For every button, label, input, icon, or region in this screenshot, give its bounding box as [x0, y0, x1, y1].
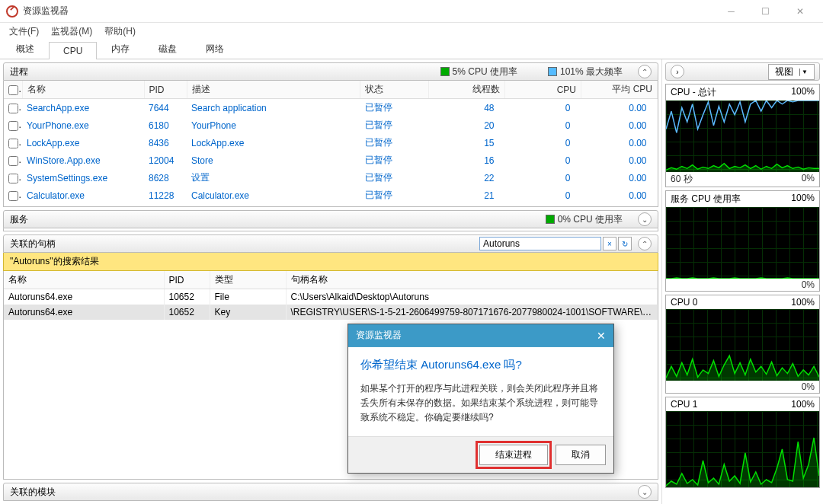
graph-max: 100%: [791, 297, 815, 308]
modules-title: 关联的模块: [10, 486, 56, 499]
menu-monitor[interactable]: 监视器(M): [45, 24, 98, 40]
window-titlebar: 资源监视器 ─ ☐ ✕: [0, 0, 823, 23]
svc-cpu-swatch: [546, 215, 555, 224]
row-checkbox[interactable]: [8, 121, 18, 131]
services-body: [3, 228, 658, 231]
dialog-titlebar[interactable]: 资源监视器 ✕: [348, 324, 613, 347]
graph-foot-right: 0%: [802, 173, 815, 186]
graph-title: CPU 1: [671, 399, 697, 410]
handles-collapse-icon[interactable]: ⌃: [638, 237, 652, 250]
filter-results-bar: "Autoruns"的搜索结果: [3, 253, 658, 271]
table-row[interactable]: Autoruns64.exe10652Key\REGISTRY\USER\S-1…: [4, 305, 658, 320]
graph-max: 100%: [791, 86, 815, 99]
cpu-usage-swatch: [440, 67, 450, 76]
modules-section-header[interactable]: 关联的模块 ⌄: [3, 483, 658, 501]
tab-overview[interactable]: 概述: [2, 39, 49, 59]
table-row[interactable]: YourPhone.exe6180YourPhone已暂停2000.00: [4, 116, 658, 134]
graph-max: 100%: [791, 399, 815, 410]
processes-section-header[interactable]: 进程 5% CPU 使用率 101% 最大频率 ⌃: [3, 62, 658, 81]
dialog-question: 你希望结束 Autoruns64.exe 吗?: [360, 358, 601, 372]
view-label: 视图: [775, 65, 793, 78]
row-checkbox[interactable]: [8, 156, 18, 166]
graph-title: CPU 0: [671, 297, 697, 308]
svc-cpu-label: 0% CPU 使用率: [558, 214, 623, 225]
graphs-collapse-icon[interactable]: ›: [671, 65, 684, 78]
table-row[interactable]: Calculator.exe11228Calculator.exe已暂停2100…: [4, 187, 658, 204]
graph-foot-right: 0%: [802, 381, 815, 392]
max-freq-label: 101% 最大频率: [560, 66, 623, 77]
select-all-checkbox[interactable]: [8, 85, 18, 95]
clear-filter-icon[interactable]: ×: [603, 237, 616, 250]
row-checkbox[interactable]: [8, 191, 18, 201]
app-logo-icon: [6, 5, 18, 18]
tab-disk[interactable]: 磁盘: [144, 39, 191, 59]
table-row[interactable]: WinStore.App.exe12004Store已暂停1600.00: [4, 152, 658, 169]
chevron-down-icon: │▼: [798, 69, 808, 75]
table-row[interactable]: LockApp.exe8436LockApp.exe已暂停1500.00: [4, 134, 658, 152]
handles-section-header[interactable]: 关联的句柄 × ↻ ⌃: [3, 234, 658, 253]
tab-bar: 概述 CPU 内存 磁盘 网络: [0, 40, 823, 59]
services-section-header[interactable]: 服务 0% CPU 使用率 ⌄: [3, 210, 658, 228]
tab-memory[interactable]: 内存: [97, 39, 144, 59]
handles-title: 关联的句柄: [10, 238, 56, 250]
graph-title: CPU - 总计: [671, 86, 716, 99]
col-threads[interactable]: 线程数: [429, 81, 505, 99]
menu-file[interactable]: 文件(F): [3, 24, 45, 40]
hcol-type[interactable]: 类型: [210, 271, 286, 289]
dialog-message: 如果某个打开的程序与此进程关联，则会关闭此程序并且将丢失所有未保存的数据。如果结…: [360, 381, 601, 426]
processes-title: 进程: [10, 65, 28, 78]
services-expand-icon[interactable]: ⌄: [638, 212, 652, 226]
handles-filter-input[interactable]: [479, 237, 601, 250]
col-status[interactable]: 状态: [360, 81, 429, 99]
maximize-button[interactable]: ☐: [748, 0, 783, 23]
tab-cpu[interactable]: CPU: [49, 42, 97, 59]
minimize-button[interactable]: ─: [714, 0, 748, 23]
window-title: 资源监视器: [23, 5, 69, 18]
cancel-button[interactable]: 取消: [556, 445, 606, 465]
graph-cpu1: CPU 1100%: [665, 397, 820, 488]
confirm-dialog: 资源监视器 ✕ 你希望结束 Autoruns64.exe 吗? 如果某个打开的程…: [347, 324, 614, 474]
table-row[interactable]: SearchApp.exe7644Search application已暂停48…: [4, 99, 658, 117]
hcol-hname[interactable]: 句柄名称: [286, 271, 658, 289]
hcol-pid[interactable]: PID: [164, 271, 210, 289]
col-pid[interactable]: PID: [144, 81, 187, 99]
graphs-toolbar: › 视图 │▼: [665, 62, 820, 81]
tab-network[interactable]: 网络: [191, 39, 239, 59]
col-avgcpu[interactable]: 平均 CPU: [581, 81, 658, 99]
view-dropdown[interactable]: 视图 │▼: [768, 64, 815, 80]
col-cpu[interactable]: CPU: [505, 81, 581, 99]
row-checkbox[interactable]: [8, 104, 18, 113]
graph-max: 100%: [791, 193, 815, 206]
graph-cpu-total: CPU - 总计100% 60 秒0%: [665, 84, 820, 187]
graph-cpu0: CPU 0100% 0%: [665, 295, 820, 394]
row-checkbox[interactable]: [8, 174, 18, 183]
col-desc[interactable]: 描述: [187, 81, 360, 99]
close-button[interactable]: ✕: [783, 0, 817, 23]
refresh-filter-icon[interactable]: ↻: [618, 237, 632, 250]
services-title: 服务: [10, 213, 28, 226]
table-row[interactable]: SystemSettings.exe8628设置已暂停2200.00: [4, 169, 658, 187]
end-process-button[interactable]: 结束进程: [479, 445, 548, 465]
graph-svc-cpu: 服务 CPU 使用率100% 0%: [665, 190, 820, 292]
cpu-usage-label: 5% CPU 使用率: [453, 66, 517, 77]
processes-table[interactable]: 名称 PID 描述 状态 线程数 CPU 平均 CPU SearchApp.ex…: [3, 81, 658, 207]
processes-collapse-icon[interactable]: ⌃: [638, 65, 652, 78]
menu-bar: 文件(F) 监视器(M) 帮助(H): [0, 23, 823, 40]
hcol-name[interactable]: 名称: [4, 271, 164, 289]
col-name[interactable]: 名称: [22, 81, 144, 99]
modules-expand-icon[interactable]: ⌄: [638, 485, 652, 499]
dialog-close-icon[interactable]: ✕: [597, 330, 606, 342]
row-checkbox[interactable]: [8, 139, 18, 148]
graph-foot-right: 0%: [802, 279, 815, 290]
menu-help[interactable]: 帮助(H): [98, 24, 142, 40]
dialog-title: 资源监视器: [356, 329, 402, 342]
table-row[interactable]: Autoruns64.exe10652FileC:\Users\Alkaid\D…: [4, 289, 658, 305]
max-freq-swatch: [548, 67, 557, 76]
graph-title: 服务 CPU 使用率: [671, 193, 741, 206]
graph-foot-left: 60 秒: [671, 173, 693, 186]
